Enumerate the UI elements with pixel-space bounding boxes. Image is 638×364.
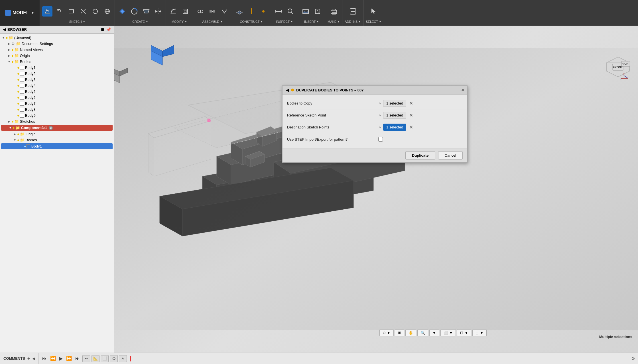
- doc-settings-toggle[interactable]: ▶: [7, 42, 11, 45]
- eye-icon-origin[interactable]: ●: [11, 54, 14, 58]
- eye-icon-body3[interactable]: ●: [17, 77, 19, 82]
- select-cursor-icon[interactable]: [369, 6, 379, 17]
- snap-btn[interactable]: ⊕ ▼: [379, 329, 394, 336]
- browser-item-component3[interactable]: ▼ ● 📁 Component3:1 ◉: [1, 125, 113, 131]
- pan-btn[interactable]: ✋: [405, 329, 416, 336]
- eye-icon-named-views[interactable]: ●: [11, 48, 14, 52]
- collapse-browser-icon[interactable]: ◀: [3, 27, 6, 32]
- timeline-prev-btn[interactable]: ⏪: [49, 355, 57, 362]
- timeline-sketch2-icon[interactable]: 📐: [92, 355, 99, 362]
- browser-item-body7[interactable]: ● Body7: [0, 101, 114, 107]
- duplicate-button[interactable]: Duplicate: [405, 151, 435, 159]
- print-icon[interactable]: [329, 6, 339, 17]
- bodies-to-copy-badge[interactable]: 1 selected: [383, 100, 406, 107]
- reference-sketch-clear-btn[interactable]: ✕: [408, 112, 415, 118]
- addins-icon[interactable]: [348, 6, 358, 17]
- eye-icon-c3-origin[interactable]: ●: [17, 132, 19, 136]
- eye-icon-bodies[interactable]: ●: [11, 60, 14, 64]
- dialog-collapse-icon[interactable]: ◀: [286, 88, 289, 92]
- timeline-mesh-icon[interactable]: △: [119, 355, 127, 362]
- loft-icon[interactable]: [141, 6, 151, 17]
- eye-icon-root[interactable]: ●: [6, 36, 8, 40]
- revolve-icon[interactable]: [129, 6, 139, 17]
- grid-btn[interactable]: ⊞: [395, 329, 404, 336]
- browser-item-origin[interactable]: ▶ ● 📁 Origin: [0, 53, 114, 59]
- named-views-toggle[interactable]: ▶: [7, 48, 11, 51]
- browser-item-body2[interactable]: ● Body2: [0, 71, 114, 77]
- browser-item-body1[interactable]: ● Body1: [0, 65, 114, 71]
- eye-icon-body8[interactable]: ●: [17, 107, 19, 112]
- eye-icon-body2[interactable]: ●: [17, 71, 19, 76]
- browser-item-named-views[interactable]: ▶ ● 📁 Named Views: [0, 47, 114, 53]
- root-toggle[interactable]: ▼: [1, 36, 6, 39]
- grid-display-btn[interactable]: ⊟ ▼: [457, 329, 471, 336]
- sketches-toggle[interactable]: ▶: [7, 120, 11, 123]
- globe-icon[interactable]: [102, 6, 112, 17]
- settings-gear-icon[interactable]: ⚙: [631, 356, 635, 361]
- timeline-start-btn[interactable]: ⏮: [41, 355, 48, 362]
- axis-icon[interactable]: [246, 6, 257, 17]
- timeline-next-btn[interactable]: ⏩: [65, 355, 73, 362]
- model-button[interactable]: MODEL ▼: [0, 0, 40, 26]
- shell-icon[interactable]: [180, 6, 190, 17]
- timeline-surface-icon[interactable]: ⬡: [110, 355, 118, 362]
- browser-item-sketches[interactable]: ▶ ● 📁 Sketches: [0, 118, 114, 124]
- eye-icon-body6[interactable]: ●: [17, 95, 19, 100]
- c3-bodies-toggle[interactable]: ▼: [13, 138, 17, 142]
- browser-item-body9[interactable]: ● Body9: [0, 113, 114, 118]
- mirror-icon[interactable]: [153, 6, 163, 17]
- destination-sketch-clear-btn[interactable]: ✕: [408, 124, 415, 130]
- dialog-expand-icon[interactable]: ⇥: [460, 88, 464, 92]
- timeline-sketch-icon[interactable]: ✏: [82, 355, 90, 362]
- browser-item-body4[interactable]: ● Body4: [0, 83, 114, 89]
- inspect-icon[interactable]: [285, 6, 296, 17]
- reference-sketch-badge[interactable]: 1 selected: [383, 112, 406, 119]
- contact-icon[interactable]: [219, 6, 229, 17]
- eye-icon-c3-body1[interactable]: ●: [24, 144, 26, 148]
- eye-icon-body7[interactable]: ●: [17, 101, 19, 106]
- c3-origin-toggle[interactable]: ▶: [13, 132, 17, 136]
- destination-sketch-badge[interactable]: 1 selected: [383, 124, 406, 131]
- undo-icon[interactable]: [54, 6, 64, 17]
- rectangle-icon[interactable]: [66, 6, 76, 17]
- expand-browser-icon[interactable]: ⊞: [101, 27, 104, 32]
- browser-item-doc-settings[interactable]: ▶ ⚙ 📁 Document Settings: [0, 41, 114, 47]
- rigid-icon[interactable]: [207, 6, 218, 17]
- browser-item-root[interactable]: ▼ ● 📁 (Unsaved): [0, 35, 114, 41]
- view-cube-btn[interactable]: ◻ ▼: [472, 329, 487, 336]
- zoom-btn[interactable]: 🔍: [417, 329, 428, 336]
- eye-icon-body1[interactable]: ●: [17, 66, 19, 70]
- eye-icon-body9[interactable]: ●: [17, 113, 19, 118]
- browser-item-body6[interactable]: ● Body6: [0, 95, 114, 101]
- trim-icon[interactable]: [78, 6, 88, 17]
- browser-item-body5[interactable]: ● Body5: [0, 89, 114, 95]
- plane-icon[interactable]: [234, 6, 245, 17]
- eye-icon-body5[interactable]: ●: [17, 89, 19, 94]
- timeline-end-btn[interactable]: ⏭: [74, 355, 81, 362]
- browser-item-body8[interactable]: ● Body8: [0, 107, 114, 113]
- extrude-icon[interactable]: [117, 6, 127, 17]
- component3-toggle[interactable]: ▼: [8, 126, 13, 129]
- circle-icon[interactable]: [90, 6, 100, 17]
- joint-icon[interactable]: [195, 6, 206, 17]
- browser-item-c3-body1[interactable]: ● Body1: [1, 143, 113, 149]
- timeline-play-btn[interactable]: ▶: [58, 355, 64, 362]
- browser-item-c3-origin[interactable]: ▶ ● 📁 Origin: [0, 131, 114, 137]
- bodies-toggle[interactable]: ▼: [7, 60, 11, 63]
- point-icon[interactable]: [258, 6, 269, 17]
- orientation-cube[interactable]: FRONT RIGHT Z Y X: [604, 54, 632, 83]
- eye-icon-c3-bodies[interactable]: ●: [17, 138, 19, 142]
- display-mode-btn[interactable]: ⬜ ▼: [440, 329, 456, 336]
- origin-toggle[interactable]: ▶: [7, 54, 11, 57]
- eye-icon-body4[interactable]: ●: [17, 83, 19, 88]
- browser-item-c3-bodies[interactable]: ▼ ● 📁 Bodies: [0, 137, 114, 143]
- zoom-arrow-btn[interactable]: ▼: [429, 329, 439, 336]
- measure-icon[interactable]: [273, 6, 284, 17]
- pin-browser-icon[interactable]: 📌: [106, 27, 111, 32]
- eye-icon-component3[interactable]: ●: [13, 126, 15, 130]
- timeline-solid-icon[interactable]: ⬜: [101, 355, 109, 362]
- browser-item-bodies[interactable]: ▼ ● 📁 Bodies: [0, 59, 114, 65]
- sketch-tool-icon[interactable]: [42, 6, 52, 17]
- browser-item-body3[interactable]: ● Body3: [0, 77, 114, 83]
- collapse-comments-btn[interactable]: ◀: [32, 357, 35, 361]
